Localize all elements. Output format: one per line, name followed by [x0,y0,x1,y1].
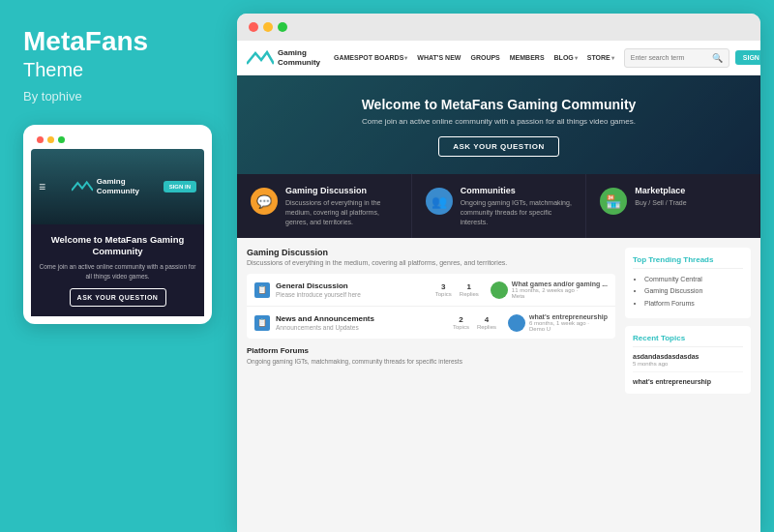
desktop-logo-text: Gaming Community [278,48,320,67]
mobile-hero-image: ≡ Gaming Community SIGN IN [31,149,204,224]
window-dot-yellow [263,22,273,32]
forum-row-icon-2: 📋 [254,315,270,331]
platform-forums-title: Platform Forums [247,346,615,355]
forum-row-general: 📋 General Discussion Please introduce yo… [247,274,615,307]
forum-row-info-2: News and Announcements Announcements and… [276,314,447,331]
hero-ask-button[interactable]: ASK YOUR QUESTION [438,136,559,157]
mobile-logo-text: Gaming Community [97,177,139,195]
mobile-hamburger-icon[interactable]: ≡ [39,180,45,193]
feature-card-title-3: Marketplace [635,186,686,195]
search-bar[interactable]: 🔍 [624,48,729,68]
forum-row-info-1: General Discussion Please introduce your… [276,281,430,298]
forum-stat-topics-1: 3 Topics [435,282,452,297]
trending-threads-box: Top Trending Threads Community Central G… [625,248,751,317]
nav-links: GAMESPOT BOARDS▾ WHAT'S NEW GROUPS MEMBE… [330,51,618,64]
recent-topic-2: what's entrepreneurship [633,378,743,385]
trending-item-3[interactable]: Platform Forums [644,299,743,308]
communities-icon: 👥 [426,188,453,215]
nav-link-gamespot[interactable]: GAMESPOT BOARDS▾ [330,51,411,64]
forum-row-stats-1: 3 Topics 1 Replies [435,282,479,297]
recent-topics-box: Recent Topics asdandasdasdasdas 5 months… [625,326,751,394]
forum-row-icon-1: 📋 [254,282,270,298]
recent-topic-1: asdandasdasdasdas 5 months ago [633,353,743,372]
user-avatar-1 [491,281,508,299]
main-left: Gaming Discussion Discussions of everyth… [247,248,615,522]
feature-card-title-1: Gaming Discussion [285,186,398,195]
main-right-sidebar: Top Trending Threads Community Central G… [625,248,751,522]
brand-by: By tophive [23,89,214,103]
mobile-dot-yellow [47,136,54,143]
recent-topics-title: Recent Topics [633,334,743,347]
user-last-post-2: what's entrepreneurship [529,313,608,320]
feature-card-marketplace: 🏪 Marketplace Buy / Sell / Trade [586,174,760,238]
mobile-logo-icon [72,179,93,194]
feature-card-desc-1: Discussions of everything in the medium,… [285,198,398,226]
forum-stat-replies-2: 4 Replies [477,315,496,330]
feature-card-desc-3: Buy / Sell / Trade [635,198,686,208]
trending-threads-title: Top Trending Threads [633,255,743,269]
platform-forums-desc: Ongoing gaming IGTs, matchmaking, commun… [247,358,615,365]
mobile-content: Welcome to MetaFans Gaming Community Com… [31,224,204,316]
forum-row-name-2[interactable]: News and Announcements [276,314,447,323]
marketplace-icon: 🏪 [600,188,627,215]
desktop-navbar: Gaming Community GAMESPOT BOARDS▾ WHAT'S… [237,41,760,75]
forum-section-title: Gaming Discussion [247,248,615,257]
mobile-dot-red [37,136,44,143]
desktop-logo-icon [247,48,274,68]
user-avatar-2 [508,314,525,332]
recent-topic-name-1[interactable]: asdandasdasdasdas [633,353,743,360]
desktop-signin-button[interactable]: SIGN IN [735,50,760,65]
desktop-content: Gaming Community GAMESPOT BOARDS▾ WHAT'S… [237,41,760,532]
brand-title: MetaFans [23,27,214,57]
search-input[interactable] [631,54,708,61]
nav-link-members[interactable]: MEMBERS [506,51,549,64]
mobile-logo: Gaming Community [72,177,139,195]
mobile-ask-button[interactable]: ASK YOUR QUESTION [70,288,166,307]
forum-row-stats-2: 2 Topics 4 Replies [453,315,496,330]
forum-row-news: 📋 News and Announcements Announcements a… [247,307,615,339]
forum-row-sub-2: Announcements and Updates [276,324,447,331]
gaming-discussion-icon: 💬 [251,188,278,215]
forum-table: 📋 General Discussion Please introduce yo… [247,274,615,339]
trending-item-2[interactable]: Gaming Discussion [644,286,743,295]
forum-stat-replies-1: 1 Replies [460,282,479,297]
brand-subtitle: Theme [23,59,214,81]
mobile-window-dots [31,133,204,149]
mobile-nav-bar: ≡ Gaming Community SIGN IN [31,149,204,224]
mobile-welcome-title: Welcome to MetaFans Gaming Community [39,234,196,258]
feature-card-desc-2: Ongoing gaming IGTs, matchmaking, commun… [461,198,573,226]
forum-row-user-2: what's entrepreneurship 6 months, 1 week… [508,313,608,332]
trending-threads-list: Community Central Gaming Discussion Plat… [633,275,743,307]
nav-link-blog[interactable]: BLOG▾ [551,51,581,64]
forum-row-user-1: What games and/or gaming ... 11 months, … [491,281,608,299]
mobile-signin-button[interactable]: SIGN IN [164,181,196,192]
mobile-dot-green [58,136,65,143]
hero-subtitle: Come join an active online community wit… [256,117,741,126]
forum-row-sub-1: Please introduce yourself here [276,291,430,298]
recent-topic-meta-1: 5 months ago [633,361,743,367]
feature-cards: 💬 Gaming Discussion Discussions of every… [237,174,760,238]
desktop-hero: Welcome to MetaFans Gaming Community Com… [237,75,760,174]
trending-item-1[interactable]: Community Central [644,275,743,283]
window-dot-green [278,22,287,32]
window-dot-red [249,22,258,32]
nav-link-whatsnew[interactable]: WHAT'S NEW [413,51,464,64]
right-panel: Gaming Community GAMESPOT BOARDS▾ WHAT'S… [237,14,760,532]
forum-stat-topics-2: 2 Topics [453,315,469,330]
forum-section-desc: Discussions of everything in the medium,… [247,259,615,266]
window-titlebar [237,14,760,41]
mobile-preview: ≡ Gaming Community SIGN IN Welcome to Me… [23,125,212,324]
feature-card-communities: 👥 Communities Ongoing gaming IGTs, match… [412,174,587,238]
nav-link-groups[interactable]: GROUPS [466,51,503,64]
main-content: Gaming Discussion Discussions of everyth… [237,238,760,532]
desktop-logo: Gaming Community [247,48,320,68]
recent-topic-name-2[interactable]: what's entrepreneurship [633,378,743,385]
forum-row-name-1[interactable]: General Discussion [276,281,430,290]
nav-link-store[interactable]: STORE▾ [583,51,618,64]
feature-card-title-2: Communities [461,186,573,195]
hero-title: Welcome to MetaFans Gaming Community [256,97,741,112]
user-meta-1: 11 months, 2 weeks ago · Meta [512,287,580,299]
feature-card-gaming-discussion: 💬 Gaming Discussion Discussions of every… [237,174,412,238]
user-meta-2: 6 months, 1 week ago · Demo U [529,320,597,332]
mobile-welcome-desc: Come join an active online community wit… [39,262,196,280]
